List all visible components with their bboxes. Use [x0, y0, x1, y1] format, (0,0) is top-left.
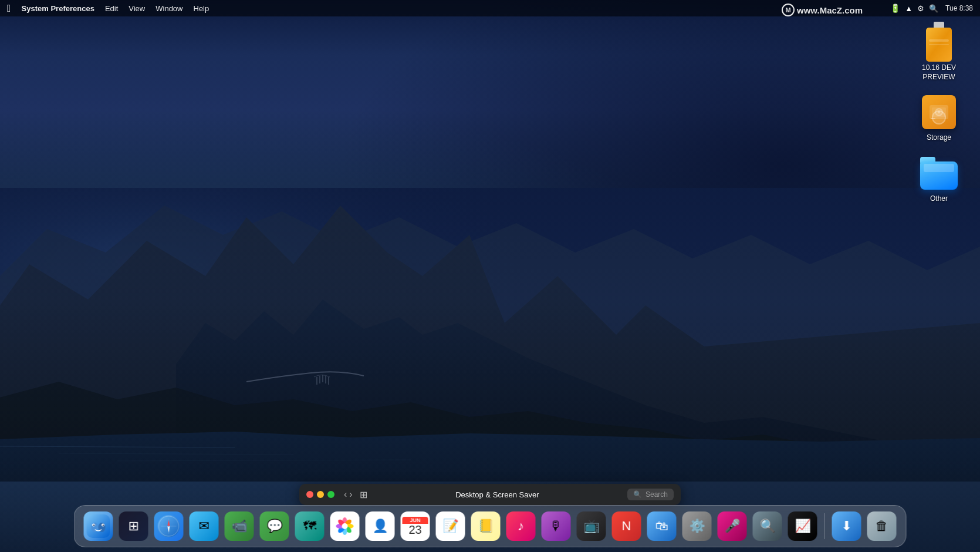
photos-icon — [330, 511, 360, 541]
facetime-icon: 📹 — [225, 511, 254, 541]
dock-app-downloads[interactable]: ⬇ — [831, 510, 863, 542]
sysprefs-app-icon: ⚙️ — [682, 511, 712, 541]
dock-app-facetime[interactable]: 📹 — [224, 510, 255, 542]
quicksilver-icon: 🔍 — [753, 511, 782, 541]
news-icon: N — [612, 511, 641, 541]
messages-icon: 💬 — [260, 511, 289, 541]
dock-app-podcasts[interactable]: 🎙 — [540, 510, 572, 542]
dock-app-appstore[interactable]: 🛍 — [646, 510, 678, 542]
svg-point-13 — [938, 111, 940, 113]
appstore-icon: 🛍 — [647, 511, 677, 541]
downloads-icon: ⬇ — [832, 511, 861, 541]
svg-rect-14 — [931, 118, 935, 119]
maps-icon: 🗺 — [295, 511, 325, 541]
menu-view[interactable]: View — [129, 4, 145, 13]
apple-menu[interactable]:  — [7, 2, 11, 15]
svg-rect-5 — [0, 188, 980, 482]
notes-icon: 📒 — [471, 511, 501, 541]
svg-point-20 — [93, 524, 94, 526]
watermark: M www.MacZ.com — [782, 4, 863, 16]
dock-app-trash[interactable]: 🗑 — [866, 510, 898, 542]
launchpad-icon: ⊞ — [119, 511, 148, 541]
menubar-right: 🔋 ▲ ⚙ 🔍 Tue 8:38 — [890, 4, 973, 13]
bar-title: Desktop & Screen Saver — [372, 490, 623, 499]
menu-system-preferences[interactable]: System Preferences — [22, 4, 94, 13]
control-center-icon: ⚙ — [917, 4, 924, 13]
contacts-icon: 👤 — [366, 511, 395, 541]
tv-icon: 📺 — [577, 511, 606, 541]
menu-help[interactable]: Help — [194, 4, 209, 13]
dock-app-notes[interactable]: 📒 — [470, 510, 502, 542]
dev-preview-label: 10.16 DEV PREVIEW — [922, 63, 956, 82]
nav-arrows: ‹ › — [344, 489, 353, 500]
trash-app-icon: 🗑 — [867, 511, 897, 541]
stocks-icon: 📈 — [788, 511, 817, 541]
menu-window[interactable]: Window — [156, 4, 183, 13]
dock-app-quicksilver[interactable]: 🔍 — [752, 510, 783, 542]
system-prefs-bar: ‹ › ⊞ Desktop & Screen Saver 🔍 Search — [299, 484, 681, 505]
dock-app-tempi[interactable]: 🎤 — [717, 510, 748, 542]
other-folder-icon-image — [920, 154, 958, 192]
svg-rect-8 — [929, 39, 949, 42]
tempi-icon: 🎤 — [718, 511, 747, 541]
maximize-button[interactable] — [327, 491, 334, 498]
dev-preview-icon-image — [920, 23, 958, 61]
dock-app-finder[interactable] — [83, 510, 114, 542]
svg-rect-9 — [929, 44, 949, 45]
dock-app-photos[interactable] — [329, 510, 361, 542]
dock-app-contacts[interactable]: 👤 — [364, 510, 396, 542]
dock-app-sysprefs[interactable]: ⚙️ — [681, 510, 713, 542]
dock-app-news[interactable]: N — [611, 510, 643, 542]
dock-separator — [824, 513, 825, 539]
safari-icon — [154, 511, 184, 541]
watermark-logo: M — [782, 4, 795, 16]
calendar-icon: JUN 23 — [401, 511, 430, 541]
spotlight-icon: 🔍 — [929, 4, 938, 13]
dock-app-tv[interactable]: 📺 — [576, 510, 607, 542]
other-label: Other — [930, 194, 948, 204]
dock-app-messages[interactable]: 💬 — [259, 510, 290, 542]
search-placeholder: Search — [646, 490, 668, 499]
svg-point-21 — [103, 524, 104, 526]
search-icon: 🔍 — [633, 490, 642, 499]
podcasts-icon: 🎙 — [542, 511, 571, 541]
status-icons: 🔋 ▲ ⚙ 🔍 — [890, 4, 938, 13]
finder-icon — [84, 511, 113, 541]
reminders-icon: 📝 — [436, 511, 465, 541]
storage-icon-image — [920, 93, 958, 131]
dock-app-maps[interactable]: 🗺 — [294, 510, 326, 542]
mail-icon: ✉ — [190, 511, 219, 541]
folder-icon-shape — [920, 157, 958, 190]
dock-app-stocks[interactable]: 📈 — [787, 510, 819, 542]
desktop-icons: 10.16 DEV PREVIEW Storage — [915, 23, 962, 203]
dock-app-launchpad[interactable]: ⊞ — [118, 510, 150, 542]
music-icon: ♪ — [506, 511, 536, 541]
dock-app-mail[interactable]: ✉ — [188, 510, 220, 542]
dock: ⊞ ✉ — [74, 505, 907, 547]
watermark-text: www.MacZ.com — [797, 5, 863, 15]
svg-point-12 — [935, 109, 942, 116]
svg-point-36 — [342, 523, 348, 529]
dock-app-calendar[interactable]: JUN 23 — [400, 510, 431, 542]
desktop-icon-other[interactable]: Other — [915, 154, 962, 204]
menubar-time: Tue 8:38 — [945, 4, 973, 12]
grid-view-icon[interactable]: ⊞ — [360, 489, 367, 500]
back-arrow[interactable]: ‹ — [344, 489, 347, 500]
minimize-button[interactable] — [317, 491, 324, 498]
forward-arrow[interactable]: › — [349, 489, 352, 500]
battery-icon: 🔋 — [890, 4, 900, 13]
traffic-lights — [306, 491, 334, 498]
storage-label: Storage — [927, 133, 951, 143]
menubar-left:  System Preferences Edit View Window He… — [7, 2, 209, 15]
dock-app-safari[interactable] — [153, 510, 185, 542]
svg-rect-15 — [87, 514, 110, 538]
dock-app-music[interactable]: ♪ — [505, 510, 537, 542]
storage-icon-shape — [922, 95, 956, 129]
dock-app-reminders[interactable]: 📝 — [435, 510, 467, 542]
wallpaper-scene — [0, 188, 980, 482]
desktop-icon-dev-preview[interactable]: 10.16 DEV PREVIEW — [915, 23, 962, 82]
close-button[interactable] — [306, 491, 313, 498]
search-box[interactable]: 🔍 Search — [627, 489, 674, 500]
menu-edit[interactable]: Edit — [105, 4, 118, 13]
desktop-icon-storage[interactable]: Storage — [915, 93, 962, 143]
